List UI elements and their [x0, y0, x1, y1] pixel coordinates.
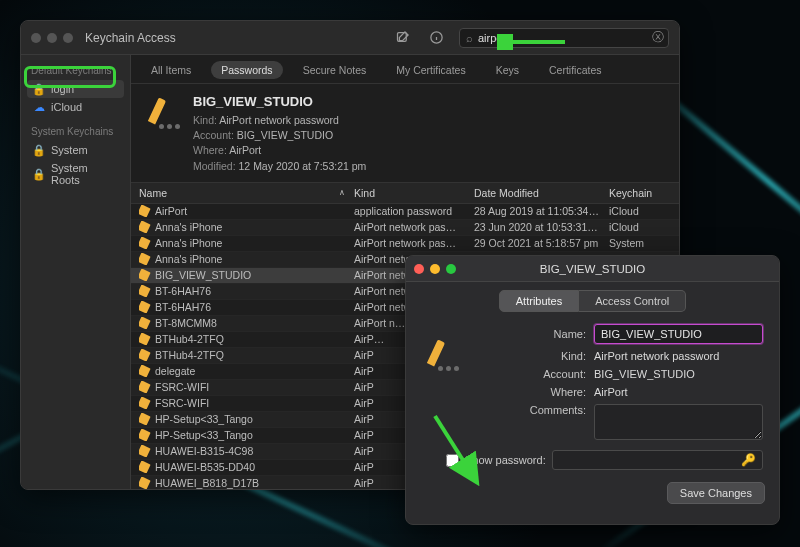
password-field[interactable]: 🔑 — [552, 450, 763, 470]
table-row[interactable]: Anna's iPhoneAirPort network pas…23 Jun … — [131, 220, 679, 236]
password-icon — [139, 237, 151, 249]
titlebar: Keychain Access ⌕ ⓧ — [21, 21, 679, 55]
sidebar-item-system[interactable]: 🔒System — [27, 141, 124, 159]
popup-titlebar: BIG_VIEW_STUDIO — [406, 256, 779, 282]
value-account: BIG_VIEW_STUDIO — [594, 368, 763, 380]
sidebar: Default Keychains 🔒login ☁iCloud System … — [21, 55, 131, 489]
key-icon[interactable]: 🔑 — [741, 453, 756, 467]
category-pills: All Items Passwords Secure Notes My Cert… — [131, 55, 679, 84]
sidebar-item-login[interactable]: 🔒login — [27, 80, 124, 98]
password-icon — [139, 269, 151, 281]
tab-attributes[interactable]: Attributes — [499, 290, 579, 312]
tab-access-control[interactable]: Access Control — [579, 290, 686, 312]
table-header[interactable]: Name ∧ Kind Date Modified Keychain — [131, 183, 679, 204]
name-field[interactable] — [594, 324, 763, 344]
popup-title: BIG_VIEW_STUDIO — [540, 263, 645, 275]
popup-window-controls[interactable] — [414, 264, 456, 274]
password-icon — [139, 349, 151, 361]
password-icon — [145, 94, 181, 130]
show-password-row: Show password: 🔑 — [406, 448, 779, 478]
password-icon — [139, 429, 151, 441]
pill-certificates[interactable]: Certificates — [539, 61, 612, 79]
pill-all-items[interactable]: All Items — [141, 61, 201, 79]
password-icon — [139, 381, 151, 393]
comments-field[interactable] — [594, 404, 763, 440]
password-icon — [139, 253, 151, 265]
password-icon — [139, 413, 151, 425]
label-account: Account: — [478, 368, 586, 380]
table-row[interactable]: AirPortapplication password28 Aug 2019 a… — [131, 204, 679, 220]
password-icon — [139, 365, 151, 377]
cloud-icon: ☁ — [33, 101, 45, 113]
password-icon — [139, 333, 151, 345]
value-kind: AirPort network password — [594, 350, 763, 362]
password-icon — [139, 461, 151, 473]
label-show-password: Show password: — [465, 454, 546, 466]
password-icon — [139, 397, 151, 409]
search-input[interactable] — [478, 32, 662, 44]
password-icon — [139, 301, 151, 313]
search-field[interactable]: ⌕ ⓧ — [459, 28, 669, 48]
password-icon — [139, 205, 151, 217]
label-where: Where: — [478, 386, 586, 398]
save-changes-button[interactable]: Save Changes — [667, 482, 765, 504]
tab-segment: Attributes Access Control — [406, 282, 779, 320]
item-summary: BIG_VIEW_STUDIO Kind: AirPort network pa… — [131, 84, 679, 183]
compose-icon[interactable] — [391, 27, 413, 49]
sidebar-item-icloud[interactable]: ☁iCloud — [27, 98, 124, 116]
info-icon[interactable] — [425, 27, 447, 49]
label-name: Name: — [478, 328, 586, 340]
password-icon — [139, 285, 151, 297]
pill-secure-notes[interactable]: Secure Notes — [293, 61, 377, 79]
sort-indicator-icon: ∧ — [339, 188, 354, 197]
sidebar-item-system-roots[interactable]: 🔒System Roots — [27, 159, 124, 189]
summary-name: BIG_VIEW_STUDIO — [193, 94, 366, 109]
lock-icon: 🔒 — [33, 83, 45, 95]
attributes-form: Name: Kind: AirPort network password Acc… — [406, 320, 779, 448]
label-comments: Comments: — [478, 404, 586, 416]
password-icon — [139, 317, 151, 329]
col-name[interactable]: Name — [139, 187, 339, 199]
pill-keys[interactable]: Keys — [486, 61, 529, 79]
item-details-window: BIG_VIEW_STUDIO Attributes Access Contro… — [405, 255, 780, 525]
pill-passwords[interactable]: Passwords — [211, 61, 282, 79]
col-keychain[interactable]: Keychain — [609, 187, 671, 199]
lock-icon: 🔒 — [33, 168, 45, 180]
password-icon — [139, 221, 151, 233]
search-icon: ⌕ — [466, 32, 473, 44]
col-date[interactable]: Date Modified — [474, 187, 609, 199]
show-password-checkbox[interactable] — [446, 454, 459, 467]
password-icon — [424, 336, 460, 372]
pill-my-certificates[interactable]: My Certificates — [386, 61, 475, 79]
window-title: Keychain Access — [85, 31, 176, 45]
label-kind: Kind: — [478, 350, 586, 362]
table-row[interactable]: Anna's iPhoneAirPort network pas…29 Oct … — [131, 236, 679, 252]
value-where: AirPort — [594, 386, 763, 398]
lock-icon: 🔒 — [33, 144, 45, 156]
window-controls[interactable] — [31, 33, 73, 43]
sidebar-heading-system: System Keychains — [31, 126, 120, 137]
sidebar-heading-default: Default Keychains — [31, 65, 120, 76]
col-kind[interactable]: Kind — [354, 187, 474, 199]
password-icon — [139, 445, 151, 457]
password-icon — [139, 477, 151, 489]
clear-search-icon[interactable]: ⓧ — [652, 29, 664, 46]
